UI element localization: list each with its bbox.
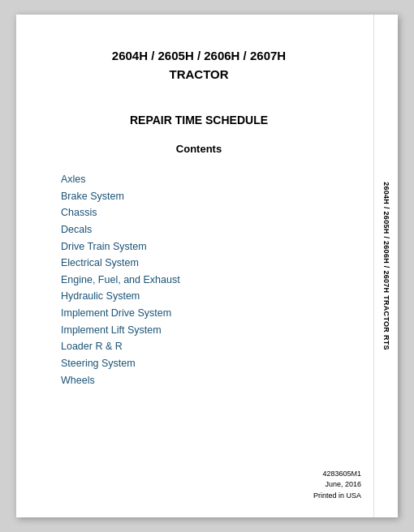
footer-code: 4283605M1 <box>313 469 361 480</box>
title-section: 2604H / 2605H / 2606H / 2607H TRACTOR <box>49 47 349 81</box>
footer-info: 4283605M1 June, 2016 Printed in USA <box>313 469 361 502</box>
contents-list-item-10[interactable]: Loader R & R <box>61 338 349 355</box>
contents-label: Contents <box>49 143 349 155</box>
sidebar-text: 2604H / 2605H / 2606H / 2607H TRACTOR RT… <box>382 182 390 350</box>
contents-list-item-5[interactable]: Electrical System <box>61 255 349 272</box>
repair-time-title: REPAIR TIME SCHEDULE <box>49 114 349 127</box>
main-content: 2604H / 2605H / 2606H / 2607H TRACTOR RE… <box>16 15 373 517</box>
contents-list-item-12[interactable]: Wheels <box>61 372 349 389</box>
contents-list: AxlesBrake SystemChassisDecalsDrive Trai… <box>61 171 349 388</box>
footer-date: June, 2016 <box>313 479 361 491</box>
contents-list-item-1[interactable]: Brake System <box>61 188 349 205</box>
contents-list-item-9[interactable]: Implement Lift System <box>61 322 349 339</box>
page-container: 2604H / 2605H / 2606H / 2607H TRACTOR RE… <box>16 15 398 517</box>
contents-list-item-6[interactable]: Engine, Fuel, and Exhaust <box>61 272 349 289</box>
contents-list-item-2[interactable]: Chassis <box>61 204 349 221</box>
footer-printed: Printed in USA <box>313 491 361 502</box>
sidebar: 2604H / 2605H / 2606H / 2607H TRACTOR RT… <box>373 15 398 517</box>
contents-list-item-8[interactable]: Implement Drive System <box>61 305 349 322</box>
model-title-line1: 2604H / 2605H / 2606H / 2607H <box>49 47 349 64</box>
contents-list-item-4[interactable]: Drive Train System <box>61 238 349 255</box>
contents-list-item-7[interactable]: Hydraulic System <box>61 288 349 305</box>
contents-list-item-11[interactable]: Steering System <box>61 355 349 372</box>
contents-list-item-3[interactable]: Decals <box>61 221 349 238</box>
model-title-line2: TRACTOR <box>49 67 349 81</box>
contents-list-item-0[interactable]: Axles <box>61 171 349 188</box>
